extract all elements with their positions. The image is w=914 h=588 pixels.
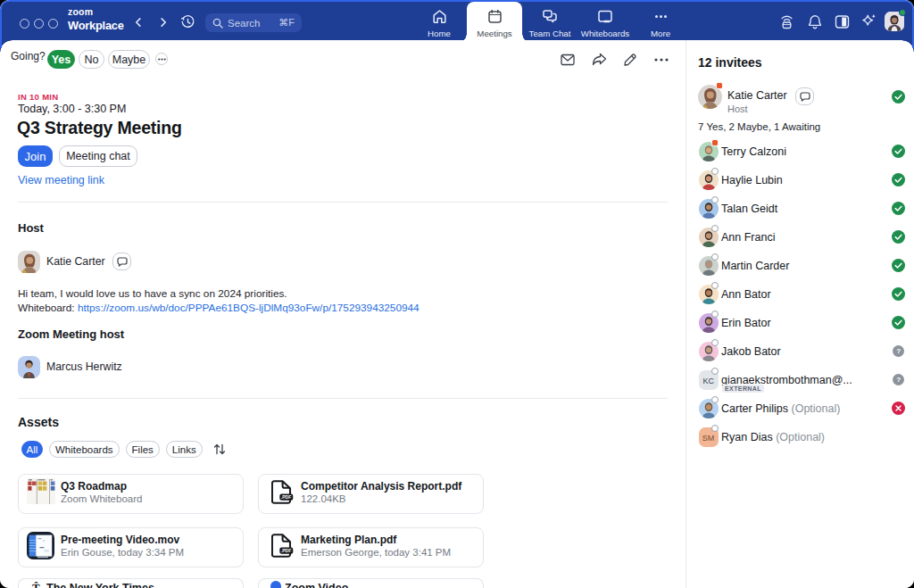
svg-text:KC: KC <box>703 377 715 385</box>
svg-text:?: ? <box>896 376 901 384</box>
svg-text:.PDF: .PDF <box>281 548 291 553</box>
svg-text:?: ? <box>896 347 901 355</box>
svg-text:SM: SM <box>702 434 715 443</box>
svg-text:.PDF: .PDF <box>281 494 291 500</box>
